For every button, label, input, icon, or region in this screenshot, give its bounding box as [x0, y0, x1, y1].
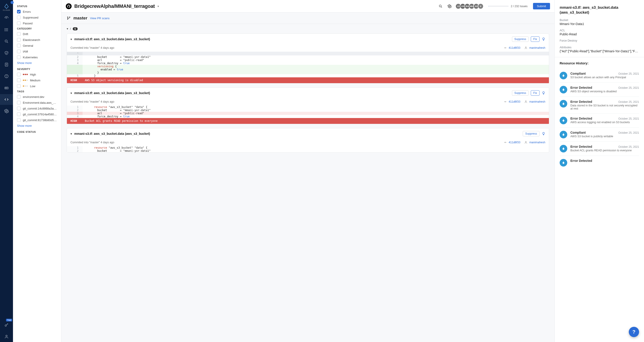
severity-filter-2[interactable]: Low: [17, 84, 57, 88]
history-icon: [560, 145, 567, 152]
svg-point-5: [5, 31, 5, 31]
svg-line-23: [441, 6, 442, 7]
checkbox[interactable]: [17, 84, 20, 88]
svg-point-21: [6, 335, 8, 337]
nav-search[interactable]: [0, 36, 13, 47]
svg-point-20: [5, 325, 6, 326]
checkbox[interactable]: [17, 107, 20, 110]
nav-container[interactable]: [0, 82, 13, 93]
nav-list[interactable]: [0, 24, 13, 35]
category-filter-4[interactable]: Kubernetes: [17, 55, 57, 59]
github-icon: [66, 3, 72, 9]
tags-show-more[interactable]: Show more: [17, 124, 57, 127]
severity-filter-1[interactable]: Medium: [17, 78, 57, 82]
avatar[interactable]: 9: [478, 3, 484, 9]
checkbox[interactable]: [17, 95, 20, 99]
path-collapse-icon[interactable]: ▾: [67, 27, 68, 30]
tag-filter-1[interactable]: Environment:data.aws_calle...: [17, 101, 57, 104]
history-item[interactable]: Error Detected: [560, 156, 639, 170]
nav-key[interactable]: Trial: [0, 320, 13, 330]
search-icon[interactable]: [438, 3, 444, 9]
checkbox[interactable]: [17, 118, 20, 122]
history-item[interactable]: Error DetectedOctober 25, 2021 Data stor…: [560, 97, 639, 113]
nav-document[interactable]: [0, 59, 13, 70]
suppress-button[interactable]: Suppress: [523, 131, 540, 136]
topbar: BridgecrewAlpha/MMANI_terragoat ▾ JJOSBA…: [61, 0, 554, 12]
repo-dropdown-icon[interactable]: ▾: [158, 5, 159, 8]
checkbox[interactable]: [17, 50, 20, 53]
category-show-more[interactable]: Show more: [17, 61, 57, 65]
history-item[interactable]: CompliantOctober 25, 2021 AWS S3 bucket …: [560, 127, 639, 141]
tag-filter-0[interactable]: environment:dev: [17, 95, 57, 99]
suppress-button[interactable]: Suppress: [512, 36, 529, 42]
status-filter-1[interactable]: Suppressed: [17, 16, 57, 19]
tag-filter-3[interactable]: git_commit:37914a458001...: [17, 112, 57, 116]
fix-button[interactable]: Fix: [531, 90, 540, 96]
checkbox[interactable]: [17, 10, 20, 13]
nav-dashboard[interactable]: [0, 13, 13, 23]
svg-point-31: [526, 47, 526, 48]
checkbox[interactable]: [17, 16, 20, 19]
tag-filter-2[interactable]: git_commit:14c8868a3a13d...: [17, 107, 57, 110]
severity-filter-0[interactable]: High: [17, 73, 57, 76]
checkbox[interactable]: [17, 73, 20, 76]
category-filter-3[interactable]: IAM: [17, 50, 57, 53]
card-collapse-icon[interactable]: ▾: [70, 91, 72, 95]
avatar-stack[interactable]: JJOSBAMUAV9: [455, 3, 484, 9]
checkbox[interactable]: [17, 38, 20, 41]
nav-profile[interactable]: [0, 331, 13, 342]
svg-point-14: [6, 77, 7, 77]
commit-hash-link[interactable]: 411d6f33: [508, 141, 520, 144]
severity-dots-icon: [23, 85, 28, 87]
detail-field: BucketMmani-Yor-Data1: [560, 18, 639, 26]
checkbox[interactable]: [17, 78, 20, 82]
expand-rail-icon[interactable]: ›: [10, 1, 14, 4]
content-scroll[interactable]: ▾ / 6 ▾ mmani-s3.tf: aws_s3_bucket.data …: [61, 24, 554, 342]
lightbulb-icon[interactable]: [542, 37, 545, 41]
card-collapse-icon[interactable]: ▾: [70, 132, 72, 135]
author-link[interactable]: manimahesh: [529, 100, 545, 103]
tag-filter-4[interactable]: git_commit:81738b80d571f...: [17, 118, 57, 122]
detail-field: Attributes{"Acl":["Public-Read"],"Bucket…: [560, 46, 639, 53]
history-item[interactable]: Error DetectedOctober 25, 2021 Bucket AC…: [560, 141, 639, 156]
logo: CLOUD: [3, 3, 10, 11]
author-link[interactable]: manimahesh: [529, 46, 545, 49]
checkbox[interactable]: [17, 101, 20, 104]
category-filter-2[interactable]: General: [17, 44, 57, 47]
view-pr-scans-link[interactable]: View PR scans: [90, 16, 110, 20]
commit-hash-link[interactable]: 411d6f33: [508, 100, 520, 103]
nav-code[interactable]: [0, 94, 13, 105]
author-link[interactable]: manimahesh: [529, 141, 545, 144]
history-item[interactable]: Error DetectedOctober 25, 2021 AWS S3 ob…: [560, 82, 639, 97]
checkbox[interactable]: [17, 112, 20, 116]
category-filter-0[interactable]: Drift: [17, 32, 57, 36]
svg-point-3: [5, 28, 5, 29]
checkbox[interactable]: [17, 32, 20, 36]
nav-shield[interactable]: [0, 48, 13, 58]
checkbox[interactable]: [17, 55, 20, 59]
nav-settings[interactable]: [0, 106, 13, 116]
submit-button[interactable]: Submit: [533, 3, 550, 9]
status-filter-0[interactable]: Errors: [17, 10, 57, 13]
lightbulb-icon[interactable]: [542, 132, 545, 135]
nav-alert[interactable]: [0, 71, 13, 82]
history-item[interactable]: CompliantOctober 25, 2021 S3 bucket allo…: [560, 69, 639, 82]
commit-hash-link[interactable]: 411d6f33: [508, 46, 520, 49]
fix-button[interactable]: Fix: [531, 36, 540, 42]
code-collapse[interactable]: ⌃: [67, 52, 549, 55]
checkbox[interactable]: [17, 21, 20, 25]
history-item[interactable]: Error DetectedOctober 25, 2021 AWS acces…: [560, 113, 639, 127]
status-filter-2[interactable]: Passed: [17, 21, 57, 25]
commit-icon: [504, 141, 507, 144]
lightbulb-icon[interactable]: [542, 91, 545, 95]
category-filter-1[interactable]: Elasticsearch: [17, 38, 57, 41]
checkbox[interactable]: [17, 44, 20, 47]
svg-point-24: [449, 5, 450, 7]
svg-point-6: [5, 40, 7, 42]
user-icon: [524, 141, 528, 144]
help-button[interactable]: ?: [629, 327, 639, 337]
gear-icon[interactable]: [446, 3, 453, 9]
suppress-button[interactable]: Suppress: [512, 90, 529, 96]
card-collapse-icon[interactable]: ▾: [70, 37, 72, 41]
detail-title: mmani-s3.tf: aws_s3_bucket.data (aws_s3_…: [560, 5, 639, 15]
